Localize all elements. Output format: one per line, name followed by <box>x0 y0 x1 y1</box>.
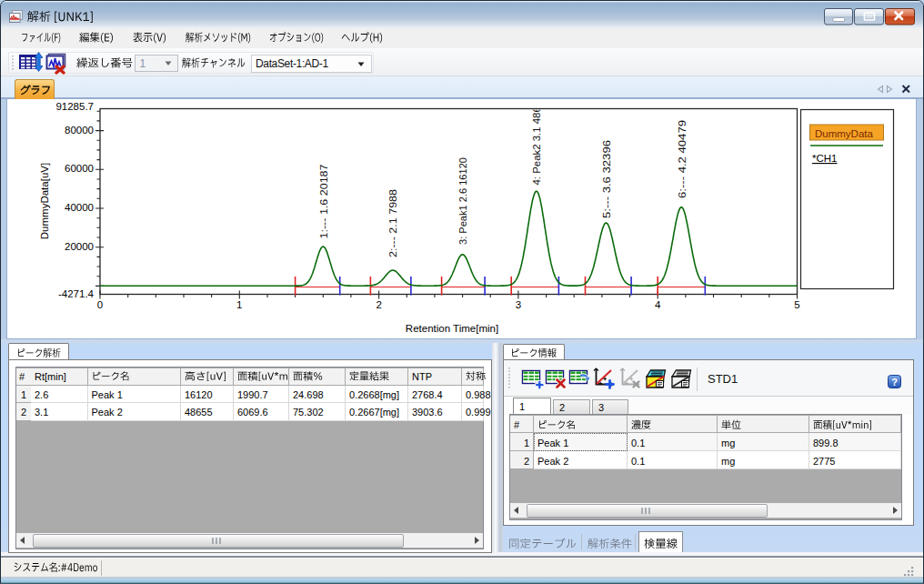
svg-text:2:--- 2.1 7988: 2:--- 2.1 7988 <box>387 189 398 257</box>
svg-text:91285.7: 91285.7 <box>55 101 94 112</box>
svg-text:?: ? <box>891 377 898 388</box>
svg-text:1: 1 <box>236 299 242 310</box>
svg-text:2: 2 <box>376 299 381 310</box>
svg-text:5:--- 3.6 32396: 5:--- 3.6 32396 <box>601 140 612 218</box>
svg-text:DummyData: DummyData <box>815 128 874 139</box>
svg-text:20000: 20000 <box>65 241 94 252</box>
svg-text:-4271.4: -4271.4 <box>58 288 95 299</box>
svg-text:5: 5 <box>794 299 799 310</box>
svg-text:0: 0 <box>97 299 103 310</box>
svg-text:4: 4 <box>655 299 661 310</box>
svg-text:DummyData[uV]: DummyData[uV] <box>39 163 50 239</box>
svg-text:3: Peak1 2.6 16120: 3: Peak1 2.6 16120 <box>457 157 468 245</box>
svg-text:Retention Time[min]: Retention Time[min] <box>406 323 498 334</box>
svg-text:1:--- 1.6 20187: 1:--- 1.6 20187 <box>318 165 329 239</box>
svg-text:4: Peak2 3.1 48655: 4: Peak2 3.1 48655 <box>531 99 542 186</box>
svg-text:40000: 40000 <box>65 202 94 213</box>
svg-text:60000: 60000 <box>65 163 94 174</box>
svg-text:80000: 80000 <box>65 125 94 136</box>
svg-text:*CH1: *CH1 <box>812 153 837 164</box>
svg-text:3: 3 <box>516 299 521 310</box>
svg-text:6:--- 4.2 40479: 6:--- 4.2 40479 <box>677 120 688 198</box>
